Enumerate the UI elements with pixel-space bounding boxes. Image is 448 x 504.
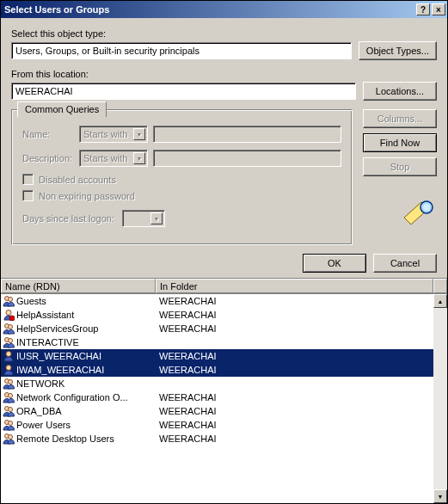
svg-point-7 — [9, 325, 13, 329]
list-item-folder: WEERACHAI — [156, 433, 433, 444]
list-item[interactable]: INTERACTIVE — [1, 335, 433, 349]
group-icon — [3, 295, 15, 307]
days-since-label: Days since last logon: — [22, 213, 117, 224]
nonexpiring-checkbox[interactable] — [22, 190, 34, 201]
group-icon — [3, 433, 15, 445]
group-icon — [3, 378, 15, 390]
location-field[interactable]: WEERACHAI — [11, 83, 356, 100]
results-body[interactable]: GuestsWEERACHAIHelpAssistantWEERACHAIHel… — [1, 294, 433, 503]
list-item-name: Guests — [16, 296, 46, 306]
column-name[interactable]: Name (RDN) — [1, 279, 156, 293]
description-label: Description: — [22, 153, 74, 163]
group-icon — [3, 405, 15, 417]
list-item[interactable]: IWAM_WEERACHAIWEERACHAI — [1, 363, 433, 377]
list-item-folder: WEERACHAI — [156, 420, 433, 430]
column-folder[interactable]: In Folder — [156, 279, 433, 293]
svg-point-1 — [423, 204, 430, 211]
common-queries-group: Common Queries Name: Starts with▼ Descri… — [11, 109, 353, 245]
svg-point-13 — [9, 380, 13, 384]
svg-point-10 — [6, 352, 11, 357]
ok-button[interactable]: OK — [303, 254, 366, 273]
svg-point-11 — [6, 366, 11, 371]
list-item[interactable]: ORA_DBAWEERACHAI — [1, 404, 433, 418]
list-item-folder: WEERACHAI — [156, 365, 433, 375]
common-queries-tab[interactable]: Common Queries — [17, 101, 107, 117]
help-button[interactable]: ? — [416, 3, 430, 15]
chevron-down-icon[interactable]: ▼ — [150, 212, 163, 224]
titlebar: Select Users or Groups ? × — [1, 1, 447, 18]
disabled-checkbox[interactable] — [22, 174, 34, 185]
results-list: Name (RDN) In Folder GuestsWEERACHAIHelp… — [1, 278, 447, 503]
name-combo-text: Starts with — [83, 129, 127, 139]
scroll-up-icon[interactable]: ▲ — [433, 294, 447, 308]
list-item-name: INTERACTIVE — [16, 337, 79, 347]
user-icon — [3, 364, 15, 376]
list-item-folder: WEERACHAI — [156, 310, 433, 320]
location-label: From this location: — [11, 69, 437, 79]
list-item-name: Power Users — [16, 420, 71, 430]
svg-point-9 — [9, 339, 13, 343]
days-since-combo[interactable]: ▼ — [122, 210, 165, 227]
disabled-label: Disabled accounts — [39, 175, 116, 185]
nonexpiring-label: Non expiring password — [39, 191, 135, 201]
name-combo[interactable]: Starts with▼ — [79, 126, 148, 143]
cancel-button[interactable]: Cancel — [373, 254, 437, 273]
list-item-name: ORA_DBA — [16, 406, 62, 416]
svg-point-17 — [9, 408, 13, 412]
stop-button[interactable]: Stop — [363, 157, 437, 176]
list-item[interactable]: IUSR_WEERACHAIWEERACHAI — [1, 349, 433, 363]
list-item[interactable]: GuestsWEERACHAI — [1, 294, 433, 308]
name-input[interactable] — [153, 126, 341, 143]
user-icon — [3, 350, 15, 362]
name-label: Name: — [22, 129, 74, 139]
list-item-folder: WEERACHAI — [156, 296, 433, 306]
dialog-select-users-groups: Select Users or Groups ? × Select this o… — [0, 0, 448, 504]
list-item-name: Network Configuration O... — [16, 392, 128, 403]
object-type-label: Select this object type: — [11, 28, 437, 39]
find-now-button[interactable]: Find Now — [363, 133, 437, 152]
scroll-track[interactable] — [433, 308, 447, 489]
list-item-name: NETWORK — [16, 378, 64, 389]
svg-point-4 — [6, 310, 11, 316]
list-item-folder: WEERACHAI — [156, 351, 433, 361]
list-item-name: IUSR_WEERACHAI — [16, 351, 101, 361]
user-icon — [3, 309, 15, 321]
group-icon — [3, 336, 15, 348]
svg-point-5 — [9, 316, 15, 321]
titlebar-title: Select Users or Groups — [4, 4, 416, 15]
vertical-scrollbar[interactable]: ▲ ▼ — [433, 294, 447, 503]
list-item-folder: WEERACHAI — [156, 392, 433, 403]
find-icon — [402, 199, 437, 226]
columns-button[interactable]: Columns... — [363, 109, 437, 128]
list-item-name: IWAM_WEERACHAI — [16, 365, 104, 375]
list-item[interactable]: Remote Desktop UsersWEERACHAI — [1, 432, 433, 446]
group-icon — [3, 323, 15, 335]
description-combo[interactable]: Starts with▼ — [79, 150, 148, 167]
description-input[interactable] — [153, 150, 341, 167]
list-item-name: HelpAssistant — [16, 310, 74, 320]
list-item[interactable]: NETWORK — [1, 377, 433, 390]
group-icon — [3, 391, 15, 403]
svg-point-21 — [9, 435, 13, 439]
list-item[interactable]: HelpServicesGroupWEERACHAI — [1, 322, 433, 335]
svg-point-3 — [9, 298, 13, 302]
description-combo-text: Starts with — [83, 153, 127, 163]
list-item[interactable]: Power UsersWEERACHAI — [1, 418, 433, 432]
results-header: Name (RDN) In Folder — [1, 279, 447, 294]
list-item[interactable]: HelpAssistantWEERACHAI — [1, 308, 433, 322]
column-spacer — [433, 279, 447, 293]
list-item-name: HelpServicesGroup — [16, 323, 98, 334]
locations-button[interactable]: Locations... — [363, 82, 437, 101]
object-types-button[interactable]: Object Types... — [359, 41, 437, 60]
list-item[interactable]: Network Configuration O...WEERACHAI — [1, 390, 433, 404]
close-button[interactable]: × — [432, 3, 445, 15]
group-icon — [3, 419, 15, 431]
object-type-field[interactable]: Users, Groups, or Built-in security prin… — [11, 42, 352, 59]
svg-point-19 — [9, 421, 13, 426]
scroll-down-icon[interactable]: ▼ — [433, 489, 447, 503]
chevron-down-icon[interactable]: ▼ — [133, 128, 145, 140]
chevron-down-icon[interactable]: ▼ — [133, 152, 145, 164]
list-item-folder: WEERACHAI — [156, 323, 433, 334]
svg-point-15 — [9, 394, 13, 398]
list-item-name: Remote Desktop Users — [16, 433, 114, 444]
